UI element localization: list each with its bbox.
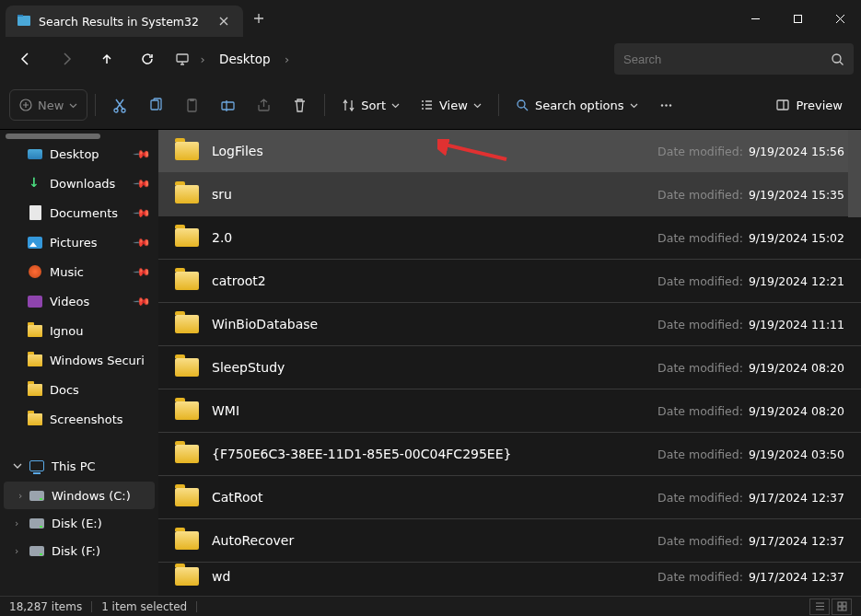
sidebar-item-label: Windows Securi xyxy=(50,354,145,367)
result-row[interactable]: CatRootDate modified:9/17/2024 12:37 xyxy=(158,476,861,519)
sidebar-drive-disk-f-[interactable]: ›Disk (F:) xyxy=(0,537,158,564)
preview-button[interactable]: Preview xyxy=(766,88,852,122)
pin-icon: 📌 xyxy=(133,145,152,164)
address-bar[interactable]: › Desktop › xyxy=(169,48,611,70)
svg-rect-10 xyxy=(190,99,194,101)
sidebar-drive-windows-c-[interactable]: ›Windows (C:) xyxy=(4,482,155,509)
search-input[interactable] xyxy=(623,52,831,66)
separator xyxy=(324,94,325,116)
close-window-button[interactable] xyxy=(819,0,861,37)
pin-icon: 📌 xyxy=(133,262,152,282)
back-button[interactable] xyxy=(7,42,44,76)
forward-button[interactable] xyxy=(48,42,85,76)
result-name: AutoRecover xyxy=(212,533,645,548)
picture-icon xyxy=(28,235,42,250)
folder-icon xyxy=(28,323,42,338)
result-date: 9/19/2024 15:35 xyxy=(749,188,844,202)
new-tab-button[interactable] xyxy=(249,8,269,29)
view-label: View xyxy=(439,99,468,112)
chevron-down-icon xyxy=(630,101,638,110)
sidebar-item-documents[interactable]: Documents📌 xyxy=(0,198,158,227)
sort-button[interactable]: Sort xyxy=(332,88,409,122)
up-button[interactable] xyxy=(88,42,125,76)
view-button[interactable]: View xyxy=(411,88,491,122)
svg-rect-8 xyxy=(151,100,158,110)
result-name: sru xyxy=(212,187,645,202)
folder-icon xyxy=(175,272,199,290)
chevron-down-icon xyxy=(391,101,400,110)
drive-label: Disk (E:) xyxy=(52,517,102,530)
folder-icon xyxy=(175,531,199,550)
status-item-count: 18,287 items xyxy=(9,600,82,613)
sidebar-item-docs[interactable]: Docs xyxy=(0,375,158,404)
sidebar-drive-disk-e-[interactable]: ›Disk (E:) xyxy=(0,509,158,537)
drive-label: Windows (C:) xyxy=(52,489,131,503)
sidebar-item-windows-securi[interactable]: Windows Securi xyxy=(0,345,158,375)
meta-label: Date modified: xyxy=(657,274,743,288)
cut-button[interactable] xyxy=(103,88,137,122)
result-row[interactable]: {F750E6C3-38EE-11D1-85E5-00C04FC295EE}Da… xyxy=(158,433,861,476)
chevron-right-icon[interactable]: › xyxy=(280,52,295,66)
result-row[interactable]: WinBioDatabaseDate modified:9/19/2024 11… xyxy=(158,303,861,346)
sidebar-item-screenshots[interactable]: Screenshots xyxy=(0,404,158,434)
sidebar-item-label: Docs xyxy=(50,383,79,397)
close-tab-icon[interactable] xyxy=(214,11,234,31)
vertical-scrollbar[interactable] xyxy=(848,130,861,217)
result-row[interactable]: sruDate modified:9/19/2024 15:35 xyxy=(158,173,861,216)
search-box[interactable] xyxy=(614,43,854,75)
search-options-button[interactable]: Search options xyxy=(506,88,647,122)
result-row[interactable]: 2.0Date modified:9/19/2024 15:02 xyxy=(158,216,861,260)
chevron-down-icon xyxy=(473,101,482,110)
separator xyxy=(498,94,499,116)
result-row[interactable]: wdDate modified:9/17/2024 12:37 xyxy=(158,563,861,590)
refresh-button[interactable] xyxy=(129,42,166,76)
chevron-right-icon[interactable]: › xyxy=(195,52,210,66)
explorer-icon xyxy=(17,14,31,29)
delete-button[interactable] xyxy=(283,88,317,122)
result-name: wd xyxy=(212,569,645,584)
result-row[interactable]: WMIDate modified:9/19/2024 08:20 xyxy=(158,389,861,433)
sidebar-item-label: Pictures xyxy=(50,236,97,250)
result-date: 9/17/2024 12:37 xyxy=(749,570,844,584)
sidebar-item-label: Videos xyxy=(50,295,89,308)
sidebar-this-pc[interactable]: This PC xyxy=(0,450,158,482)
result-row[interactable]: catroot2Date modified:9/19/2024 12:21 xyxy=(158,260,861,303)
sidebar-item-label: Documents xyxy=(50,206,118,220)
rename-button[interactable] xyxy=(211,88,245,122)
command-bar: New Sort View Search options Pr xyxy=(0,81,861,129)
sidebar-item-pictures[interactable]: Pictures📌 xyxy=(0,227,158,257)
result-name: WinBioDatabase xyxy=(212,317,645,331)
svg-point-4 xyxy=(832,54,841,63)
share-button[interactable] xyxy=(247,88,281,122)
result-row[interactable]: SleepStudyDate modified:9/19/2024 08:20 xyxy=(158,346,861,389)
folder-icon xyxy=(175,445,199,463)
svg-point-6 xyxy=(114,109,118,112)
sidebar-item-downloads[interactable]: Downloads📌 xyxy=(0,169,158,198)
chevron-down-icon xyxy=(69,101,77,110)
more-button[interactable] xyxy=(649,88,683,122)
sidebar-item-music[interactable]: Music📌 xyxy=(0,257,158,286)
window-tab[interactable]: Search Results in System32 xyxy=(6,6,243,37)
folder-icon xyxy=(175,358,199,377)
svg-rect-21 xyxy=(843,607,846,610)
sidebar-item-label: Screenshots xyxy=(50,413,123,426)
svg-rect-3 xyxy=(177,54,188,62)
details-view-toggle[interactable] xyxy=(809,599,830,615)
sidebar-item-videos[interactable]: Videos📌 xyxy=(0,286,158,316)
sidebar-item-ignou[interactable]: Ignou xyxy=(0,316,158,345)
minimize-button[interactable] xyxy=(734,0,776,37)
meta-label: Date modified: xyxy=(657,447,743,461)
thumbnails-view-toggle[interactable] xyxy=(832,599,852,615)
result-name: SleepStudy xyxy=(212,360,645,375)
maximize-button[interactable] xyxy=(776,0,819,37)
result-row[interactable]: LogFilesDate modified:9/19/2024 15:56 xyxy=(158,130,861,173)
music-icon xyxy=(28,264,42,279)
paste-button[interactable] xyxy=(175,88,209,122)
disk-icon xyxy=(29,518,44,529)
breadcrumb-desktop[interactable]: Desktop xyxy=(215,48,274,70)
result-row[interactable]: AutoRecoverDate modified:9/17/2024 12:37 xyxy=(158,519,861,563)
copy-button[interactable] xyxy=(139,88,173,122)
sidebar-item-desktop[interactable]: Desktop📌 xyxy=(0,139,158,169)
new-button[interactable]: New xyxy=(9,89,87,121)
result-date: 9/17/2024 12:37 xyxy=(749,491,844,505)
